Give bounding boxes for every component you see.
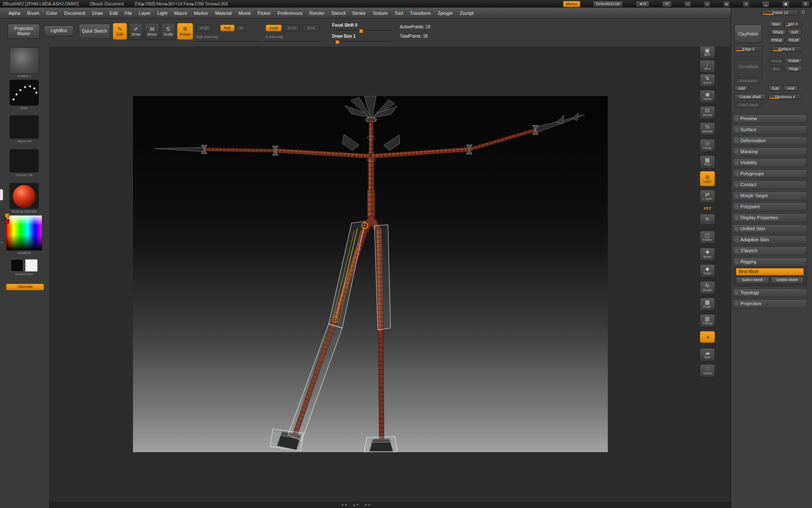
horizontal-scrollbar[interactable]: ◄◄ ▲▼ ►► <box>49 502 731 508</box>
focal-shift-slider[interactable]: Focal Shift 0 <box>332 23 357 28</box>
draw-size-slider[interactable]: Draw Size 1 <box>332 34 356 39</box>
and-button[interactable]: And <box>784 86 798 91</box>
tray-toggle-right-icon[interactable]: ‼‼ <box>662 1 672 7</box>
section-deformation[interactable]: Deformation <box>733 136 807 145</box>
lightbox-button[interactable]: LightBox <box>44 25 74 36</box>
section-rigging[interactable]: Rigging <box>733 258 806 266</box>
draw-size-track[interactable] <box>332 41 391 42</box>
move-mode-button[interactable]: M Move <box>145 23 159 40</box>
menu-stencil[interactable]: Stencil <box>328 11 349 16</box>
section-unified-skin[interactable]: Unified Skin <box>733 224 807 233</box>
menu-marker[interactable]: Marker <box>191 11 212 16</box>
section-preview[interactable]: Preview <box>733 114 807 123</box>
menu-material[interactable]: Material <box>212 11 235 16</box>
menu-preferences[interactable]: Preferences <box>274 11 306 16</box>
section-topology[interactable]: Topology <box>733 288 807 297</box>
section-adaptive-skin[interactable]: Adaptive Skin <box>733 235 807 244</box>
rotate-mode-button[interactable]: R Rotate <box>177 23 193 40</box>
rgb-button[interactable]: Rgb <box>220 25 235 31</box>
xpose-button[interactable]: ∷Xpose <box>700 364 715 377</box>
rsoft-button[interactable]: RSoft <box>786 37 801 43</box>
zadd-button[interactable]: Zadd <box>266 25 282 31</box>
menu-light[interactable]: Light <box>154 11 171 16</box>
section-visibility[interactable]: Visibility <box>733 158 807 167</box>
zcut-button[interactable]: Zcut <box>302 25 319 31</box>
section-polypaint[interactable]: Polypaint <box>733 202 807 211</box>
switch-color-control[interactable]: SwitchColor <box>6 259 42 276</box>
sharp-button[interactable]: Sharp <box>770 29 786 35</box>
surface-slider[interactable]: Surface 0 <box>771 46 801 52</box>
spix-button[interactable]: ⋮SPix <box>700 60 715 73</box>
create-shell-button[interactable]: Create Shell <box>734 94 766 99</box>
mrgb-button[interactable]: Mrgb <box>196 25 212 31</box>
menu-draw[interactable]: Draw <box>89 11 106 16</box>
draw-size-knob[interactable] <box>335 40 339 44</box>
menu-texture[interactable]: Texture <box>369 11 391 16</box>
scale-mode-button[interactable]: S Scale <box>161 23 175 40</box>
viewport-canvas[interactable] <box>133 96 608 452</box>
zsub-button[interactable]: Zsub <box>284 25 300 31</box>
alt-color-swatch[interactable] <box>25 259 38 272</box>
maximize-button[interactable]: ▣ <box>782 1 790 7</box>
gyro-button[interactable]: ↻ <box>700 214 715 225</box>
floor-button[interactable]: ▦Floor <box>700 155 715 168</box>
add-button[interactable]: Add <box>734 86 748 91</box>
scroll-button[interactable]: ⇅Scroll <box>700 74 715 87</box>
project-button[interactable]: Proje <box>785 66 802 72</box>
menu-stroke[interactable]: Stroke <box>349 11 369 16</box>
thickness-slider[interactable]: Thickness 4 <box>768 94 801 99</box>
rgb-intensity-slider[interactable]: Rgb Intensity <box>196 35 219 39</box>
menu-picker[interactable]: Picker <box>254 11 274 16</box>
section-display-properties[interactable]: Display Properties <box>733 213 807 222</box>
min-slider[interactable]: Min 0 <box>784 21 801 27</box>
actual-button[interactable]: ⊡Actual <box>700 106 715 119</box>
alternate-button[interactable]: Alternate <box>6 284 44 290</box>
select-mesh-button[interactable]: Select Mesh <box>736 277 769 284</box>
bind-mesh-button[interactable]: Bind Mesh <box>736 268 804 276</box>
close-icon[interactable]: ✕ <box>802 1 809 7</box>
stroke-thumbnail[interactable]: Dots <box>6 80 42 110</box>
edge-slider[interactable]: Edge 0 <box>734 46 762 52</box>
rgb-intensity-track[interactable] <box>196 41 260 42</box>
section-morph-target[interactable]: Morph Target <box>733 191 807 200</box>
menu-edit[interactable]: Edit <box>106 11 121 16</box>
soft-button[interactable]: Soft <box>787 29 801 35</box>
frame-button[interactable]: ▢Frame <box>700 231 715 244</box>
layout-icon-4[interactable]: ▧ <box>743 1 750 7</box>
menu-alpha[interactable]: Alpha <box>5 11 24 16</box>
move-canvas-button[interactable]: ✚Move <box>700 248 715 261</box>
delete-mesh-button[interactable]: Delete Mesh <box>770 277 804 284</box>
max-button[interactable]: Max <box>769 21 783 27</box>
polish-toggle-button[interactable]: Polish <box>785 58 802 64</box>
section-contact[interactable]: Contact <box>733 180 807 189</box>
section-projection[interactable]: Projection <box>733 299 807 308</box>
m-button[interactable]: M <box>236 25 246 31</box>
edit-mode-button[interactable]: ✎ Edit <box>113 23 127 40</box>
menu-zscript[interactable]: Zscript <box>456 11 477 16</box>
scroll-right-icon[interactable]: ►► <box>364 503 371 507</box>
material-thumbnail[interactable]: MatCap Red Wa <box>6 183 42 213</box>
color-picker[interactable]: Gradient <box>3 215 45 255</box>
section-surface[interactable]: Surface <box>733 125 807 134</box>
projection-master-button[interactable]: Projection Master <box>8 24 40 39</box>
ghost-button[interactable]: ◑ <box>700 331 715 343</box>
section-zsketch[interactable]: ZSketch <box>733 246 807 255</box>
lsym-button[interactable]: ⇄L.Sym <box>700 190 715 203</box>
menu-tool[interactable]: Tool <box>391 11 406 16</box>
z-intensity-slider[interactable]: Z Intensity <box>266 35 283 39</box>
menu-zplugin[interactable]: Zplugin <box>434 11 456 16</box>
tray-toggle-left-icon[interactable]: ◄‼‼ <box>636 1 649 7</box>
menu-document[interactable]: Document <box>61 11 89 16</box>
draw-mode-button[interactable]: ✐ Draw <box>129 23 143 40</box>
menu-file[interactable]: File <box>121 11 136 16</box>
z-intensity-track[interactable] <box>266 41 321 42</box>
menu-transform[interactable]: Transform <box>406 11 434 16</box>
menu-color[interactable]: Color <box>43 11 61 16</box>
menu-movie[interactable]: Movie <box>235 11 254 16</box>
rotate-canvas-button[interactable]: ↻Rotate <box>700 281 715 294</box>
solo-button[interactable]: ☁Solo <box>700 348 715 361</box>
claypolish-button[interactable]: ClayPolish <box>734 25 762 43</box>
persp-button[interactable]: ◇Persp <box>700 139 715 152</box>
collapse-chevrons-icon[interactable]: « <box>0 240 3 245</box>
layout-icon-1[interactable]: ▤ <box>684 1 691 7</box>
